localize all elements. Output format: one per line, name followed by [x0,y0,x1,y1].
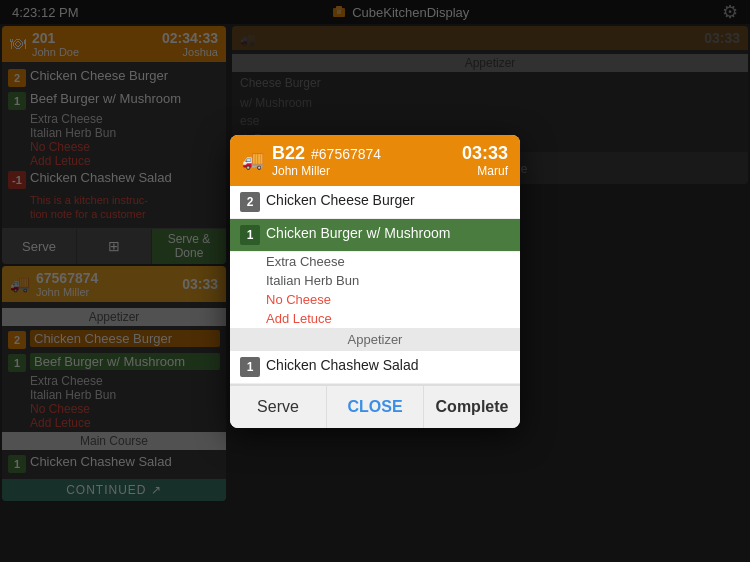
modal-timer: 03:33 [462,143,508,164]
main-content: 🍽 201 John Doe 02:34:33 Joshua 2 Chicken… [0,24,750,562]
modal-modifier: Italian Herb Bun [230,271,520,290]
modal-item-row-selected: 1 Chicken Burger w/ Mushroom [230,219,520,252]
modal-item-name: Chicken Burger w/ Mushroom [266,225,450,241]
modal-customer: John Miller [272,164,381,178]
modal-assignee: Maruf [462,164,508,178]
modal-body: 2 Chicken Cheese Burger 1 Chicken Burger… [230,186,520,384]
modal-delivery-icon: 🚚 [242,149,264,171]
modal-footer: Serve CLOSE Complete [230,384,520,428]
modal-header: 🚚 B22 #67567874 John Miller 03:33 Maruf [230,135,520,186]
modal-item-qty: 1 [240,225,260,245]
modal-item-row: 1 Chicken Chashew Salad [230,351,520,384]
modal-close-button[interactable]: CLOSE [327,386,424,428]
modal-modifier-red: Add Letuce [230,309,520,328]
modal-order-prefix: B22 [272,143,305,164]
modal-section-appetizer: Appetizer [230,328,520,351]
modal-item-qty: 1 [240,357,260,377]
modal-item-qty: 2 [240,192,260,212]
modal-item-name: Chicken Chashew Salad [266,357,419,373]
modal-order-id: #67567874 [311,146,381,162]
order-detail-modal: 🚚 B22 #67567874 John Miller 03:33 Maruf [230,135,520,428]
modal-modifier-red: No Cheese [230,290,520,309]
modal-complete-button[interactable]: Complete [424,386,520,428]
modal-item-name: Chicken Cheese Burger [266,192,415,208]
modal-serve-button[interactable]: Serve [230,386,327,428]
modal-modifier: Extra Cheese [230,252,520,271]
modal-overlay: 🚚 B22 #67567874 John Miller 03:33 Maruf [0,0,750,562]
modal-item-row: 2 Chicken Cheese Burger [230,186,520,219]
